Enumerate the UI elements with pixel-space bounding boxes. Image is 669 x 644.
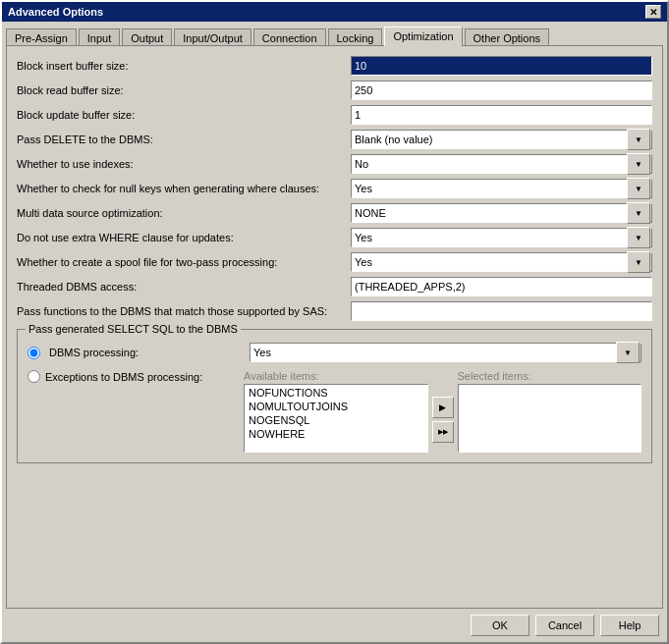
available-items-label: Available items: bbox=[244, 370, 428, 382]
list-item[interactable]: NOGENSQL bbox=[246, 413, 426, 427]
threaded-input[interactable] bbox=[351, 277, 652, 296]
null-keys-dropdown-icon: ▼ bbox=[635, 179, 652, 198]
pass-functions-control bbox=[351, 301, 652, 321]
block-insert-row: Block insert buffer size: bbox=[17, 56, 652, 76]
threaded-row: Threaded DBMS access: bbox=[17, 277, 652, 296]
cancel-button[interactable]: Cancel bbox=[535, 615, 594, 636]
threaded-control bbox=[351, 277, 652, 296]
threaded-label: Threaded DBMS access: bbox=[17, 281, 351, 293]
use-indexes-wrapper: No Yes ▼ bbox=[351, 154, 652, 174]
dbms-processing-select[interactable]: Yes No bbox=[250, 343, 641, 362]
close-button[interactable]: ✕ bbox=[645, 5, 661, 19]
exceptions-radio-label: Exceptions to DBMS processing: bbox=[45, 371, 202, 383]
list-item[interactable]: NOFUNCTIONS bbox=[246, 386, 426, 400]
use-indexes-select[interactable]: No Yes bbox=[351, 154, 652, 174]
block-read-label: Block read buffer size: bbox=[17, 84, 351, 96]
block-update-row: Block update buffer size: bbox=[17, 105, 652, 125]
multi-data-dropdown-icon: ▼ bbox=[635, 203, 652, 223]
list-item[interactable]: NOWHERE bbox=[246, 427, 426, 441]
no-where-row: Do not use extra WHERE clause for update… bbox=[17, 228, 652, 247]
title-bar: Advanced Options ✕ bbox=[2, 2, 667, 22]
block-insert-input[interactable] bbox=[351, 56, 652, 76]
group-content: DBMS processing: Yes No ▼ bbox=[28, 343, 641, 453]
multi-data-select[interactable]: NONE ALL bbox=[351, 203, 652, 223]
spool-file-select[interactable]: Yes No bbox=[351, 252, 652, 272]
block-update-input[interactable] bbox=[351, 105, 652, 125]
spool-file-control: Yes No ▼ bbox=[351, 252, 652, 272]
selected-items-container: Selected items: bbox=[458, 370, 642, 453]
multi-data-label: Multi data source optimization: bbox=[17, 207, 351, 219]
pass-delete-select[interactable]: Blank (no value) Yes No bbox=[351, 130, 652, 149]
select-sql-group: Pass generated SELECT SQL to the DBMS DB… bbox=[17, 329, 652, 463]
pass-delete-wrapper: Blank (no value) Yes No ▼ bbox=[351, 130, 652, 149]
spool-file-row: Whether to create a spool file for two-p… bbox=[17, 252, 652, 272]
use-indexes-row: Whether to use indexes: No Yes ▼ bbox=[17, 154, 652, 174]
dbms-processing-radio[interactable] bbox=[28, 347, 40, 359]
block-read-row: Block read buffer size: bbox=[17, 80, 652, 100]
null-keys-control: Yes No ▼ bbox=[351, 179, 652, 198]
no-where-control: Yes No ▼ bbox=[351, 228, 652, 247]
spool-file-label: Whether to create a spool file for two-p… bbox=[17, 256, 351, 268]
spool-file-dropdown-icon: ▼ bbox=[635, 252, 652, 272]
exceptions-label-area: Exceptions to DBMS processing: bbox=[28, 370, 244, 383]
block-insert-control bbox=[351, 56, 652, 76]
selected-items-listbox[interactable] bbox=[458, 384, 642, 453]
dbms-processing-wrapper: Yes No ▼ bbox=[250, 343, 641, 362]
multi-data-wrapper: NONE ALL ▼ bbox=[351, 203, 652, 223]
multi-data-control: NONE ALL ▼ bbox=[351, 203, 652, 223]
window-title: Advanced Options bbox=[8, 6, 103, 18]
pass-delete-control: Blank (no value) Yes No ▼ bbox=[351, 130, 652, 149]
group-title: Pass generated SELECT SQL to the DBMS bbox=[26, 323, 241, 335]
no-where-dropdown-icon: ▼ bbox=[635, 228, 652, 247]
spool-file-wrapper: Yes No ▼ bbox=[351, 252, 652, 272]
pass-delete-row: Pass DELETE to the DBMS: Blank (no value… bbox=[17, 130, 652, 149]
move-all-right-button[interactable]: ▶▶ bbox=[432, 421, 454, 443]
block-read-control bbox=[351, 80, 652, 100]
exceptions-row: Exceptions to DBMS processing: Available… bbox=[28, 370, 641, 453]
null-keys-wrapper: Yes No ▼ bbox=[351, 179, 652, 198]
tab-bar: Pre-Assign Input Output Input/Output Con… bbox=[2, 22, 667, 45]
selected-items-label: Selected items: bbox=[458, 370, 642, 382]
null-keys-label: Whether to check for null keys when gene… bbox=[17, 183, 351, 194]
dbms-processing-dropdown-icon: ▼ bbox=[624, 343, 641, 362]
pass-functions-label: Pass functions to the DBMS that match th… bbox=[17, 305, 351, 317]
move-right-button[interactable]: ▶ bbox=[432, 397, 454, 418]
available-items-listbox[interactable]: NOFUNCTIONS NOMULTOUTJOINS NOGENSQL NOWH… bbox=[244, 384, 428, 453]
pass-functions-input[interactable] bbox=[351, 301, 652, 321]
null-keys-select[interactable]: Yes No bbox=[351, 179, 652, 198]
no-where-label: Do not use extra WHERE clause for update… bbox=[17, 232, 351, 243]
block-update-control bbox=[351, 105, 652, 125]
block-update-label: Block update buffer size: bbox=[17, 109, 351, 121]
use-indexes-control: No Yes ▼ bbox=[351, 154, 652, 174]
transfer-buttons: ▶ ▶▶ bbox=[432, 370, 454, 453]
dbms-processing-radio-label: DBMS processing: bbox=[49, 347, 246, 358]
pass-delete-dropdown-icon: ▼ bbox=[635, 130, 652, 149]
pass-delete-label: Pass DELETE to the DBMS: bbox=[17, 134, 351, 145]
use-indexes-dropdown-icon: ▼ bbox=[635, 154, 652, 174]
multi-data-row: Multi data source optimization: NONE ALL… bbox=[17, 203, 652, 223]
content-area: Block insert buffer size: Block read buf… bbox=[6, 45, 663, 609]
pass-functions-row: Pass functions to the DBMS that match th… bbox=[17, 301, 652, 321]
exceptions-radio[interactable] bbox=[28, 370, 40, 383]
list-area: Available items: NOFUNCTIONS NOMULTOUTJO… bbox=[244, 370, 641, 453]
list-item[interactable]: NOMULTOUTJOINS bbox=[246, 400, 426, 413]
use-indexes-label: Whether to use indexes: bbox=[17, 158, 351, 170]
advanced-options-window: Advanced Options ✕ Pre-Assign Input Outp… bbox=[0, 0, 669, 644]
no-where-select[interactable]: Yes No bbox=[351, 228, 652, 247]
help-button[interactable]: Help bbox=[600, 615, 659, 636]
available-items-container: Available items: NOFUNCTIONS NOMULTOUTJO… bbox=[244, 370, 428, 453]
block-read-input[interactable] bbox=[351, 80, 652, 100]
tab-optimization[interactable]: Optimization bbox=[384, 27, 462, 46]
ok-button[interactable]: OK bbox=[471, 615, 530, 636]
bottom-bar: OK Cancel Help bbox=[2, 609, 667, 642]
dbms-processing-row: DBMS processing: Yes No ▼ bbox=[28, 343, 641, 362]
no-where-wrapper: Yes No ▼ bbox=[351, 228, 652, 247]
block-insert-label: Block insert buffer size: bbox=[17, 60, 351, 72]
null-keys-row: Whether to check for null keys when gene… bbox=[17, 179, 652, 198]
